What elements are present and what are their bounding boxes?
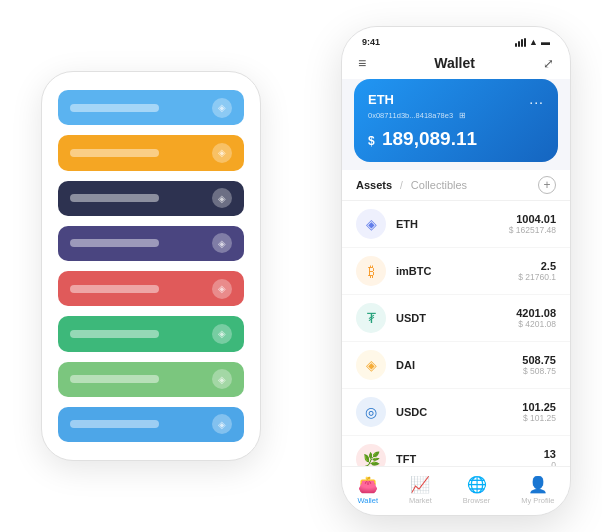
nav-icon-1: 📈 bbox=[410, 475, 430, 494]
color-card-green[interactable]: ◈ bbox=[58, 316, 244, 351]
card-icon: ◈ bbox=[212, 233, 232, 253]
asset-item-dai[interactable]: ◈ DAI 508.75 $ 508.75 bbox=[342, 342, 570, 389]
asset-list: ◈ ETH 1004.01 $ 162517.48 ₿ imBTC 2.5 $ … bbox=[342, 201, 570, 466]
asset-icon-usdt: ₮ bbox=[356, 303, 386, 333]
card-icon: ◈ bbox=[212, 98, 232, 118]
card-icon: ◈ bbox=[212, 414, 232, 434]
eth-card-title: ETH bbox=[368, 92, 394, 107]
phone-front: 9:41 ▲ ▬ ≡ Wallet ⤢ ETH ... bbox=[341, 26, 571, 516]
tab-assets[interactable]: Assets bbox=[356, 179, 392, 191]
card-icon: ◈ bbox=[212, 369, 232, 389]
card-line bbox=[70, 420, 159, 428]
time-display: 9:41 bbox=[362, 37, 380, 47]
asset-amount: 13 bbox=[544, 448, 556, 460]
nav-item-market[interactable]: 📈 Market bbox=[409, 475, 432, 505]
nav-icon-0: 👛 bbox=[358, 475, 378, 494]
color-card-blue[interactable]: ◈ bbox=[58, 407, 244, 442]
color-card-green-light[interactable]: ◈ bbox=[58, 362, 244, 397]
eth-card[interactable]: ETH ... 0x08711d3b...8418a78e3 ⊞ $ 189,0… bbox=[354, 79, 558, 162]
asset-name-tft: TFT bbox=[396, 453, 544, 465]
scene: ◈ ◈ ◈ ◈ ◈ ◈ ◈ ◈ 9:41 bbox=[11, 11, 591, 521]
status-bar: 9:41 ▲ ▬ bbox=[342, 27, 570, 51]
card-icon: ◈ bbox=[212, 279, 232, 299]
status-icons: ▲ ▬ bbox=[515, 37, 550, 47]
nav-icon-2: 🌐 bbox=[467, 475, 487, 494]
wifi-icon: ▲ bbox=[529, 37, 538, 47]
eth-card-options[interactable]: ... bbox=[529, 91, 544, 107]
phone-back: ◈ ◈ ◈ ◈ ◈ ◈ ◈ ◈ bbox=[41, 71, 261, 461]
asset-usd: $ 4201.08 bbox=[516, 319, 556, 329]
asset-amount: 2.5 bbox=[518, 260, 556, 272]
eth-card-address: 0x08711d3b...8418a78e3 ⊞ bbox=[368, 111, 544, 120]
asset-item-usdc[interactable]: ◎ USDC 101.25 $ 101.25 bbox=[342, 389, 570, 436]
asset-values-usdc: 101.25 $ 101.25 bbox=[522, 401, 556, 423]
asset-item-tft[interactable]: 🌿 TFT 13 0 bbox=[342, 436, 570, 466]
asset-values-usdt: 4201.08 $ 4201.08 bbox=[516, 307, 556, 329]
asset-name-imbtc: imBTC bbox=[396, 265, 518, 277]
card-line bbox=[70, 149, 159, 157]
asset-amount: 1004.01 bbox=[509, 213, 556, 225]
tab-divider: / bbox=[400, 180, 403, 191]
tab-collectibles[interactable]: Collectibles bbox=[411, 179, 467, 191]
phone-header: ≡ Wallet ⤢ bbox=[342, 51, 570, 79]
card-icon: ◈ bbox=[212, 324, 232, 344]
color-card-purple[interactable]: ◈ bbox=[58, 226, 244, 261]
signal-icon bbox=[515, 38, 526, 47]
asset-icon-imbtc: ₿ bbox=[356, 256, 386, 286]
asset-values-eth: 1004.01 $ 162517.48 bbox=[509, 213, 556, 235]
battery-icon: ▬ bbox=[541, 37, 550, 47]
expand-icon[interactable]: ⤢ bbox=[543, 56, 554, 71]
color-card-orange[interactable]: ◈ bbox=[58, 135, 244, 170]
page-title: Wallet bbox=[434, 55, 475, 71]
asset-icon-dai: ◈ bbox=[356, 350, 386, 380]
asset-name-dai: DAI bbox=[396, 359, 522, 371]
nav-icon-3: 👤 bbox=[528, 475, 548, 494]
assets-tabs: Assets / Collectibles bbox=[356, 179, 467, 191]
nav-item-browser[interactable]: 🌐 Browser bbox=[463, 475, 491, 505]
asset-values-dai: 508.75 $ 508.75 bbox=[522, 354, 556, 376]
asset-usd: $ 508.75 bbox=[522, 366, 556, 376]
asset-item-imbtc[interactable]: ₿ imBTC 2.5 $ 21760.1 bbox=[342, 248, 570, 295]
card-line bbox=[70, 239, 159, 247]
asset-values-tft: 13 0 bbox=[544, 448, 556, 466]
card-line bbox=[70, 104, 159, 112]
asset-icon-eth: ◈ bbox=[356, 209, 386, 239]
asset-icon-usdc: ◎ bbox=[356, 397, 386, 427]
color-card-red[interactable]: ◈ bbox=[58, 271, 244, 306]
color-card-dark-navy[interactable]: ◈ bbox=[58, 181, 244, 216]
add-asset-button[interactable]: + bbox=[538, 176, 556, 194]
asset-name-eth: ETH bbox=[396, 218, 509, 230]
nav-label-3: My Profile bbox=[521, 496, 554, 505]
eth-card-balance: $ 189,089.11 bbox=[368, 128, 544, 150]
asset-name-usdt: USDT bbox=[396, 312, 516, 324]
asset-usd: $ 162517.48 bbox=[509, 225, 556, 235]
asset-name-usdc: USDC bbox=[396, 406, 522, 418]
asset-item-eth[interactable]: ◈ ETH 1004.01 $ 162517.48 bbox=[342, 201, 570, 248]
nav-label-1: Market bbox=[409, 496, 432, 505]
asset-values-imbtc: 2.5 $ 21760.1 bbox=[518, 260, 556, 282]
assets-header: Assets / Collectibles + bbox=[342, 170, 570, 201]
color-card-blue-light[interactable]: ◈ bbox=[58, 90, 244, 125]
eth-card-header: ETH ... bbox=[368, 91, 544, 107]
asset-item-usdt[interactable]: ₮ USDT 4201.08 $ 4201.08 bbox=[342, 295, 570, 342]
nav-item-wallet[interactable]: 👛 Wallet bbox=[357, 475, 378, 505]
nav-label-0: Wallet bbox=[357, 496, 378, 505]
card-line bbox=[70, 194, 159, 202]
bottom-nav: 👛 Wallet 📈 Market 🌐 Browser 👤 My Profile bbox=[342, 466, 570, 515]
asset-amount: 508.75 bbox=[522, 354, 556, 366]
nav-item-my-profile[interactable]: 👤 My Profile bbox=[521, 475, 554, 505]
card-icon: ◈ bbox=[212, 188, 232, 208]
asset-amount: 4201.08 bbox=[516, 307, 556, 319]
asset-usd: $ 21760.1 bbox=[518, 272, 556, 282]
nav-label-2: Browser bbox=[463, 496, 491, 505]
asset-amount: 101.25 bbox=[522, 401, 556, 413]
asset-icon-tft: 🌿 bbox=[356, 444, 386, 466]
card-line bbox=[70, 285, 159, 293]
card-line bbox=[70, 330, 159, 338]
card-line bbox=[70, 375, 159, 383]
card-icon: ◈ bbox=[212, 143, 232, 163]
menu-icon[interactable]: ≡ bbox=[358, 55, 366, 71]
asset-usd: $ 101.25 bbox=[522, 413, 556, 423]
